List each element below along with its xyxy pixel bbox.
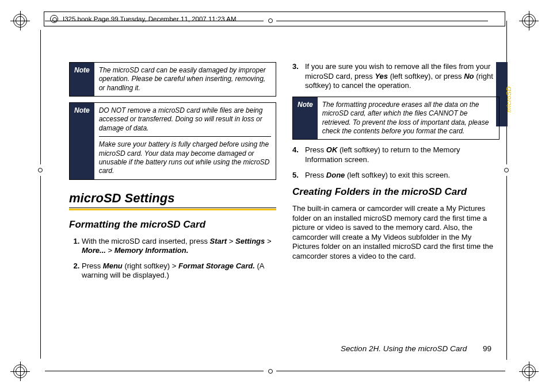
section-underline <box>69 209 276 210</box>
crop-mark-icon <box>13 364 28 379</box>
step-item: Press OK (left softkey) to return to the… <box>305 145 500 164</box>
crop-dot-icon <box>268 369 273 374</box>
section-tab-label: microSD <box>505 86 512 113</box>
left-column: Note The microSD card can be easily dama… <box>69 62 276 340</box>
body-paragraph: The built-in camera or camcorder will cr… <box>292 204 500 262</box>
step-item: With the microSD card inserted, press St… <box>82 237 276 256</box>
note-text: The formatting procedure erases all the … <box>322 101 494 136</box>
section-heading: microSD Settings <box>69 190 276 206</box>
note-label: Note <box>293 97 318 139</box>
page-number: 99 <box>483 344 491 353</box>
framemaker-header: I325.book Page 99 Tuesday, December 11, … <box>44 11 505 26</box>
step-item: Press Done (left softkey) to exit this s… <box>305 171 500 180</box>
gear-icon <box>50 15 58 23</box>
note-text: The microSD card can be easily damaged b… <box>99 66 271 93</box>
header-text: I325.book Page 99 Tuesday, December 11, … <box>63 16 237 22</box>
note-text: DO NOT remove a microSD card while files… <box>99 106 271 133</box>
note-box: Note DO NOT remove a microSD card while … <box>69 102 276 180</box>
crop-line <box>40 176 41 359</box>
sub-heading: Formatting the microSD Card <box>69 218 276 231</box>
crop-line <box>276 371 505 371</box>
crop-dot-icon <box>38 168 43 172</box>
crop-mark-icon <box>521 364 536 379</box>
step-item: Press Menu (right softkey) > Format Stor… <box>82 262 276 280</box>
sub-heading: Creating Folders in the microSD Card <box>292 186 500 198</box>
right-column: If you are sure you wish to remove all t… <box>292 62 500 340</box>
note-box: Note The formatting procedure erases all… <box>292 97 500 140</box>
crop-line <box>506 176 507 360</box>
crop-mark-icon <box>13 13 28 28</box>
crop-mark-icon <box>521 13 536 28</box>
page-footer: Section 2H. Using the microSD Card 99 <box>0 344 491 353</box>
crop-line <box>40 30 41 164</box>
note-box: Note The microSD card can be easily dama… <box>69 62 276 97</box>
crop-dot-icon <box>504 168 509 172</box>
note-text: Make sure your battery is fully charged … <box>99 136 271 175</box>
footer-section: Section 2H. Using the microSD Card <box>341 344 467 353</box>
step-item: If you are sure you wish to remove all t… <box>305 62 500 91</box>
crop-line <box>45 371 264 371</box>
note-label: Note <box>70 63 94 96</box>
note-label: Note <box>70 103 94 179</box>
